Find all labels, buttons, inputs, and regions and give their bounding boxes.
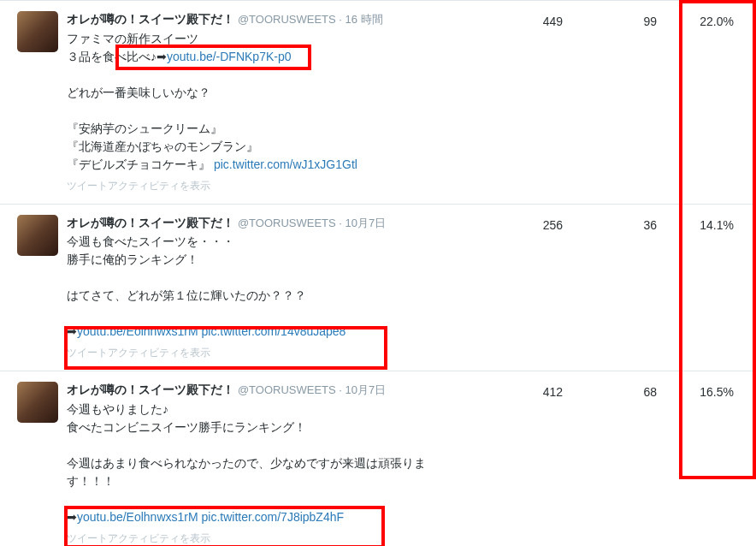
timestamp[interactable]: 16 時間 (346, 13, 383, 26)
view-activity-link[interactable]: ツイートアクティビティを表示 (67, 179, 210, 193)
separator: · (336, 217, 346, 229)
tweet-body: オレが噂の！スイーツ殿下だ！ @TOORUSWEETS · 10月7日今週も食べ… (67, 215, 469, 361)
timestamp[interactable]: 10月7日 (346, 383, 387, 396)
tweet-link[interactable]: youtu.be/-DFNKp7K-p0 (167, 50, 292, 63)
tweet-text: 今週もやりました♪ 食べたコンビニスイーツ勝手にランキング！ 今週はあまり食べら… (67, 401, 452, 526)
tweet-header: オレが噂の！スイーツ殿下だ！ @TOORUSWEETS · 10月7日 (67, 215, 452, 232)
view-activity-link[interactable]: ツイートアクティビティを表示 (67, 346, 210, 360)
tweet-text: 今週も食べたスイーツを・・・ 勝手に俺的ランキング！ はてさて、どれが第１位に輝… (67, 233, 452, 341)
impressions-value: 449 (469, 11, 563, 28)
tweet-list: オレが噂の！スイーツ殿下だ！ @TOORUSWEETS · 16 時間ファミマの… (0, 0, 756, 546)
engagement-rate-value: 22.0% (657, 11, 742, 28)
tweet-link[interactable]: pic.twitter.com/7J8ipbZ4hF (202, 510, 345, 524)
engagements-value: 68 (563, 382, 657, 399)
avatar[interactable] (17, 382, 58, 423)
tweet-header: オレが噂の！スイーツ殿下だ！ @TOORUSWEETS · 10月7日 (67, 382, 452, 399)
view-activity-link[interactable]: ツイートアクティビティを表示 (67, 531, 210, 546)
handle[interactable]: @TOORUSWEETS (238, 13, 336, 26)
tweet-row[interactable]: オレが噂の！スイーツ殿下だ！ @TOORUSWEETS · 10月7日今週もやり… (0, 371, 756, 546)
impressions-value: 256 (469, 215, 563, 232)
engagement-rate-value: 16.5% (657, 382, 742, 399)
engagement-rate-value: 14.1% (657, 215, 742, 232)
tweet-body: オレが噂の！スイーツ殿下だ！ @TOORUSWEETS · 10月7日今週もやり… (67, 382, 469, 546)
tweet-text-fragment: 今週も食べたスイーツを・・・ 勝手に俺的ランキング！ はてさて、どれが第１位に輝… (67, 234, 306, 338)
tweet-link[interactable]: youtu.be/Eolhnwxs1rM (77, 324, 198, 338)
handle[interactable]: @TOORUSWEETS (238, 217, 336, 229)
tweet-row[interactable]: オレが噂の！スイーツ殿下だ！ @TOORUSWEETS · 10月7日今週も食べ… (0, 205, 756, 372)
tweet-link[interactable]: pic.twitter.com/14v8uJape8 (202, 324, 346, 338)
tweet-link[interactable]: pic.twitter.com/wJ1xJG1Gtl (214, 157, 357, 171)
engagements-value: 36 (563, 215, 657, 232)
separator: · (336, 13, 346, 26)
impressions-value: 412 (469, 382, 563, 399)
display-name[interactable]: オレが噂の！スイーツ殿下だ！ (67, 216, 234, 229)
tweet-link[interactable]: youtu.be/Eolhnwxs1rM (77, 510, 198, 524)
tweet-header: オレが噂の！スイーツ殿下だ！ @TOORUSWEETS · 16 時間 (67, 11, 452, 28)
tweet-body: オレが噂の！スイーツ殿下だ！ @TOORUSWEETS · 16 時間ファミマの… (67, 11, 469, 193)
timestamp[interactable]: 10月7日 (346, 217, 387, 229)
tweet-row[interactable]: オレが噂の！スイーツ殿下だ！ @TOORUSWEETS · 16 時間ファミマの… (0, 1, 756, 205)
tweet-text: ファミマの新作スイーツ ３品を食べ比べ♪➡youtu.be/-DFNKp7K-p… (67, 30, 452, 174)
handle[interactable]: @TOORUSWEETS (238, 383, 336, 396)
avatar[interactable] (17, 215, 58, 256)
tweet-text-fragment: 今週もやりました♪ 食べたコンビニスイーツ勝手にランキング！ 今週はあまり食べら… (67, 402, 426, 524)
separator: · (336, 383, 346, 396)
engagements-value: 99 (563, 11, 657, 28)
avatar[interactable] (17, 11, 58, 52)
display-name[interactable]: オレが噂の！スイーツ殿下だ！ (67, 12, 234, 26)
display-name[interactable]: オレが噂の！スイーツ殿下だ！ (67, 383, 234, 396)
